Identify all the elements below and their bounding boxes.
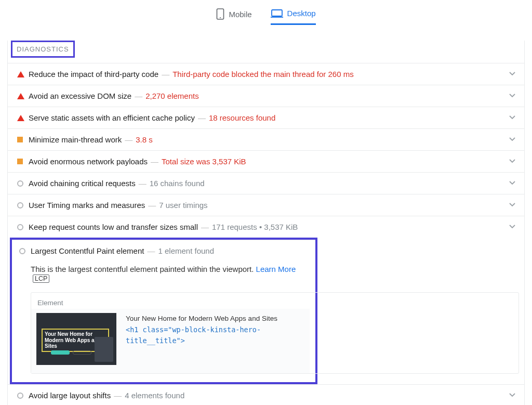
element-card: Element Your New Home for Modern Web App…: [31, 292, 519, 374]
tab-desktop-label: Desktop: [287, 9, 316, 18]
chevron-down-icon: [509, 201, 516, 210]
tab-desktop[interactable]: Desktop: [271, 5, 316, 25]
audit-title: Serve static assets with an efficient ca…: [29, 113, 195, 122]
warning-square-icon: [17, 137, 29, 142]
chevron-down-icon: [509, 391, 516, 400]
audit-title: User Timing marks and measures: [29, 201, 145, 210]
audit-description: This is the largest contentful element p…: [12, 262, 315, 290]
audit-row[interactable]: Minimize main-thread work—3.8 s: [8, 128, 524, 150]
info-circle-icon: [17, 202, 29, 208]
chevron-down-icon: [509, 92, 516, 100]
section-title: DIAGNOSTICS: [11, 41, 75, 58]
audit-row[interactable]: Reduce the impact of third-party code—Th…: [8, 63, 524, 85]
chevron-down-icon: [509, 70, 516, 79]
audit-detail: Third-party code blocked the main thread…: [172, 70, 354, 79]
chevron-down-icon: [509, 157, 516, 166]
audit-detail: 4 elements found: [125, 391, 184, 400]
info-circle-icon: [17, 224, 29, 230]
tab-mobile-label: Mobile: [229, 10, 251, 19]
audit-row[interactable]: Avoid enormous network payloads—Total si…: [8, 150, 524, 172]
audit-detail: 7 user timings: [159, 201, 207, 210]
mobile-icon: [216, 8, 224, 20]
audit-row[interactable]: User Timing marks and measures—7 user ti…: [8, 194, 524, 216]
info-circle-icon: [17, 180, 29, 187]
audit-row[interactable]: Serve static assets with an efficient ca…: [8, 107, 524, 128]
audit-title: Reduce the impact of third-party code: [29, 70, 158, 79]
audit-title: Avoid chaining critical requests: [29, 179, 136, 188]
audit-row[interactable]: Avoid large layout shifts — 4 elements f…: [8, 384, 524, 405]
diagnostics-panel: DIAGNOSTICS Reduce the impact of third-p…: [7, 41, 525, 405]
svg-rect-2: [272, 10, 282, 16]
audit-row[interactable]: Avoid an excessive DOM size—2,270 elemen…: [8, 85, 524, 107]
warning-triangle-icon: [17, 93, 29, 99]
audit-row[interactable]: Keep request counts low and transfer siz…: [8, 216, 524, 238]
lcp-highlight-box: Largest Contentful Paint element — 1 ele…: [10, 238, 317, 384]
audit-row[interactable]: Avoid chaining critical requests—16 chai…: [8, 172, 524, 194]
chevron-down-icon: [509, 179, 516, 188]
audit-detail: 18 resources found: [209, 113, 275, 122]
info-circle-icon: [19, 248, 31, 254]
audit-detail: 1 element found: [158, 246, 214, 255]
warning-triangle-icon: [17, 71, 29, 77]
audit-detail: Total size was 3,537 KiB: [162, 157, 246, 166]
audit-list: Reduce the impact of third-party code—Th…: [8, 63, 524, 238]
element-thumbnail: Your New Home for Modern Web Apps and Si…: [36, 313, 116, 365]
desktop-icon: [271, 9, 283, 18]
audit-detail: 171 requests • 3,537 KiB: [212, 223, 298, 231]
chevron-down-icon: [509, 113, 516, 122]
learn-more-link[interactable]: Learn More: [256, 265, 296, 273]
lcp-badge: LCP: [33, 275, 49, 283]
svg-point-1: [220, 17, 221, 18]
element-card-header: Element: [31, 293, 310, 309]
audit-title: Avoid enormous network payloads: [29, 157, 148, 166]
audit-title: Avoid large layout shifts: [29, 391, 111, 400]
audit-detail: 3.8 s: [136, 135, 153, 144]
audit-detail: 16 chains found: [150, 179, 205, 188]
tab-mobile[interactable]: Mobile: [216, 5, 251, 25]
audit-title: Largest Contentful Paint element: [31, 246, 144, 255]
audit-title: Keep request counts low and transfer siz…: [29, 223, 198, 231]
chevron-down-icon: [509, 135, 516, 144]
audit-title: Avoid an excessive DOM size: [29, 92, 131, 100]
audit-row-lcp[interactable]: Largest Contentful Paint element — 1 ele…: [12, 240, 315, 262]
info-circle-icon: [17, 393, 29, 399]
chevron-down-icon: [509, 223, 516, 231]
warning-square-icon: [17, 159, 29, 164]
audit-title: Minimize main-thread work: [29, 135, 122, 144]
audit-detail: 2,270 elements: [145, 92, 199, 100]
warning-triangle-icon: [17, 115, 29, 121]
device-tabs: Mobile Desktop: [0, 0, 532, 25]
element-text: Your New Home for Modern Web Apps and Si…: [126, 313, 304, 347]
